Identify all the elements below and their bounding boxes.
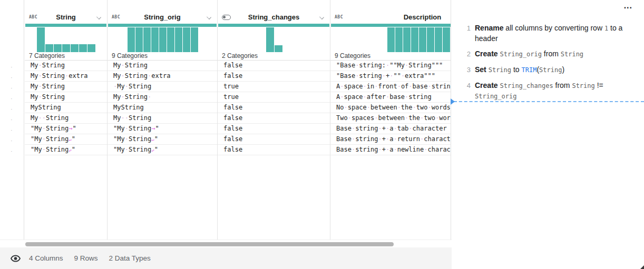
- table-cell[interactable]: My·String: [25, 61, 107, 71]
- toggle-knob-icon: [223, 16, 226, 18]
- table-cell[interactable]: My·String: [25, 92, 107, 103]
- text-type-icon[interactable]: ABC: [112, 15, 120, 19]
- space-dot: ·: [393, 135, 397, 143]
- histogram-bar[interactable]: [275, 45, 282, 52]
- table-cell[interactable]: "My·String→": [25, 124, 107, 134]
- histogram-bar[interactable]: [443, 27, 450, 52]
- histogram-bar[interactable]: [45, 44, 53, 52]
- table-cell[interactable]: MyString: [25, 103, 107, 113]
- histogram-bar[interactable]: [395, 27, 403, 52]
- window-resize-handle[interactable]: [640, 265, 644, 269]
- text-type-icon[interactable]: ABC: [335, 15, 343, 19]
- histogram-bar[interactable]: [183, 27, 190, 52]
- step-description: Set String to TRIM(String): [475, 65, 564, 75]
- histogram-bar[interactable]: [54, 44, 62, 52]
- histogram-bar[interactable]: [79, 44, 87, 52]
- histogram-bar[interactable]: [266, 27, 274, 52]
- recipe-insert-marker-icon[interactable]: [451, 98, 455, 105]
- table-cell[interactable]: ·My·String: [108, 82, 217, 92]
- histogram-bar[interactable]: [387, 27, 395, 52]
- space-dot: ·: [427, 83, 431, 90]
- recipe-step-4[interactable]: 4Create String_changes from String != St…: [463, 81, 637, 102]
- table-cell[interactable]: false: [218, 71, 330, 82]
- boolean-type-icon[interactable]: [222, 15, 231, 20]
- table-cell[interactable]: false: [218, 113, 330, 124]
- histogram-bar[interactable]: [403, 27, 411, 52]
- recipe-step-3[interactable]: 3Set String to TRIM(String): [463, 65, 637, 75]
- table-cell[interactable]: "My·String↵": [108, 145, 217, 155]
- histogram-bar[interactable]: [435, 27, 442, 52]
- table-cell[interactable]: A·space·after·base·string: [330, 92, 451, 103]
- table-cell[interactable]: false: [218, 124, 330, 134]
- table-cell[interactable]: true: [218, 92, 330, 103]
- table-cell[interactable]: "My·String→": [108, 124, 217, 134]
- table-cell[interactable]: My··String: [25, 113, 107, 124]
- table-cell[interactable]: false: [218, 61, 330, 71]
- column-header-string_changes[interactable]: String_changes: [218, 11, 330, 24]
- step-number: 1: [463, 23, 471, 44]
- histogram-bar[interactable]: [151, 27, 159, 52]
- column-header-description[interactable]: ABCDescription: [330, 11, 451, 24]
- table-cell[interactable]: "Base·string·+·""·extra""": [330, 71, 451, 82]
- recipe-step-2[interactable]: 2Create String_orig from String: [463, 49, 637, 59]
- table-cell[interactable]: "My·String↵": [25, 145, 107, 155]
- horizontal-scrollbar-track[interactable]: [0, 240, 452, 247]
- table-cell[interactable]: "My·String↵": [108, 134, 217, 145]
- column-title: String_changes: [218, 13, 330, 21]
- column-header-string_orig[interactable]: ABCString_orig: [108, 11, 217, 24]
- histogram-bar[interactable]: [451, 27, 451, 52]
- table-cell[interactable]: false: [218, 134, 330, 145]
- histogram-bar[interactable]: [411, 27, 418, 52]
- histogram-bar[interactable]: [87, 44, 95, 52]
- table-cell[interactable]: "My·String↵": [25, 134, 107, 145]
- step-description: Create String_orig from String: [475, 49, 583, 59]
- recipe-step-1[interactable]: 1Rename all columns by converting row 1 …: [463, 23, 637, 44]
- preview-eye-icon[interactable]: [11, 255, 21, 262]
- table-cell[interactable]: My·String: [108, 61, 217, 71]
- table-cell[interactable]: false: [218, 145, 330, 155]
- table-cell[interactable]: My·String: [25, 82, 107, 92]
- histogram-bar[interactable]: [71, 44, 79, 52]
- table-cell[interactable]: Base·string·+·a·tab·character: [330, 124, 451, 134]
- table-cell[interactable]: Base·string·+·a·newline·character: [330, 145, 451, 155]
- histogram-bar[interactable]: [419, 27, 426, 52]
- table-cell[interactable]: My··String: [108, 113, 217, 124]
- more-options-icon[interactable]: ...: [624, 1, 632, 11]
- table-cell[interactable]: MyString: [108, 103, 217, 113]
- step-text-part: ): [562, 65, 564, 74]
- histogram-bar[interactable]: [159, 27, 167, 52]
- histogram-bar[interactable]: [143, 27, 151, 52]
- histogram-bar[interactable]: [128, 27, 135, 52]
- row-handle-dot: ·: [11, 66, 13, 68]
- table-cell[interactable]: Two·spaces·between·the·two·words: [330, 113, 451, 124]
- histogram-bar[interactable]: [427, 27, 434, 52]
- space-dot: ·: [65, 72, 69, 79]
- space-dot: ·: [344, 104, 347, 111]
- table-cell[interactable]: My·String·extra: [108, 71, 217, 82]
- table-cell[interactable]: "Base·string:·""My·String""": [330, 61, 451, 71]
- table-cell[interactable]: true: [218, 82, 330, 92]
- table-cell[interactable]: A·space·in·front·of·base·string: [330, 82, 451, 92]
- table-cell[interactable]: My·String·: [108, 92, 217, 103]
- space-dot: ·: [121, 93, 124, 101]
- histogram-bar[interactable]: [135, 27, 143, 52]
- histogram-bar[interactable]: [167, 27, 174, 52]
- step-keyword: Set: [475, 65, 486, 74]
- histogram-bar[interactable]: [191, 27, 198, 52]
- table-cell[interactable]: No·space·between·the·two·words·: [330, 103, 451, 113]
- column-cells: falsefalsetruetruefalsefalsefalsefalsefa…: [218, 61, 330, 155]
- table-cell[interactable]: false: [218, 103, 330, 113]
- horizontal-scrollbar-thumb[interactable]: [25, 242, 394, 246]
- space-dot: ·: [393, 146, 397, 153]
- space-dot: ·: [352, 125, 355, 132]
- column-header-string[interactable]: ABCString: [25, 11, 107, 24]
- histogram-bar[interactable]: [62, 44, 70, 52]
- histogram-bar[interactable]: [175, 27, 182, 52]
- column-cells: "Base·string:·""My·String""""Base·string…: [330, 61, 451, 155]
- table-cell[interactable]: My·String·extra: [25, 71, 107, 82]
- table-cell[interactable]: Base·string·+·a·return·character: [330, 134, 451, 145]
- text-type-icon[interactable]: ABC: [29, 15, 37, 19]
- histogram-bar[interactable]: [37, 27, 45, 52]
- status-columns-count: 4 Columns: [29, 254, 63, 262]
- space-dot: ·: [352, 146, 355, 153]
